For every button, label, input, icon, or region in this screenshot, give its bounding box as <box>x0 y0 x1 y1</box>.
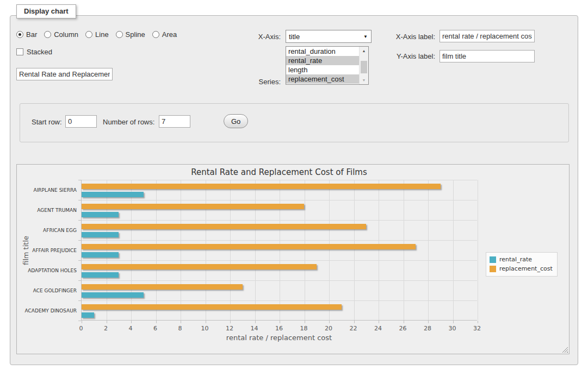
chart-title-input[interactable] <box>16 68 113 80</box>
bar-rental_rate[interactable] <box>82 312 94 318</box>
bar-rental_rate[interactable] <box>82 252 119 258</box>
x-tick-mark <box>206 321 206 323</box>
x-tick-label: 22 <box>350 325 357 332</box>
bar-replacement_cost[interactable] <box>82 184 441 189</box>
series-option-rental_rate[interactable]: rental_rate <box>286 56 359 65</box>
bar-rental_rate[interactable] <box>82 212 119 217</box>
chevron-down-icon: ▼ <box>363 34 368 39</box>
chart-legend: rental_ratereplacement_cost <box>486 252 558 277</box>
start-row-input[interactable] <box>65 115 97 128</box>
bar-replacement_cost[interactable] <box>82 204 304 209</box>
y-category-label: ADAPTATION HOLES <box>17 268 77 273</box>
chart-type-option-column[interactable]: Column <box>44 30 78 39</box>
legend-label: replacement_cost <box>499 265 553 272</box>
gridline <box>428 180 429 320</box>
x-tick-mark <box>156 321 157 323</box>
bar-rental_rate[interactable] <box>82 192 144 197</box>
y-category-label: ACADEMY DINOSAUR <box>17 308 77 313</box>
gridline <box>82 280 477 281</box>
y-category-label: AGENT TRUMAN <box>17 208 77 213</box>
y-tick-mark <box>78 180 81 180</box>
bar-replacement_cost[interactable] <box>82 244 416 249</box>
y-axis-label-input[interactable] <box>440 50 535 62</box>
x-tick-mark <box>329 321 330 323</box>
chart-type-option-label: Bar <box>26 30 37 39</box>
scrollbar-thumb[interactable] <box>361 61 367 73</box>
legend-item-replacement_cost[interactable]: replacement_cost <box>490 264 553 273</box>
chart-type-option-line[interactable]: Line <box>85 30 109 39</box>
y-tick-mark <box>78 240 81 241</box>
stacked-checkbox[interactable] <box>16 48 23 55</box>
x-tick-label: 30 <box>449 325 456 332</box>
y-tick-mark <box>78 280 81 281</box>
resize-grip-icon[interactable] <box>562 347 568 353</box>
x-tick-mark <box>478 321 478 323</box>
start-row-label: Start row: <box>32 118 62 126</box>
chart-type-option-spline[interactable]: Spline <box>116 30 145 39</box>
bar-replacement_cost[interactable] <box>82 224 366 229</box>
x-tick-label: 0 <box>79 325 83 332</box>
series-scrollbar[interactable]: ▲ ▼ <box>359 47 368 84</box>
go-button[interactable]: Go <box>224 114 248 128</box>
radio-icon[interactable] <box>16 31 23 38</box>
x-tick-label: 24 <box>374 325 382 332</box>
x-tick-label: 28 <box>424 325 431 332</box>
x-axis-title: rental rate / replacement cost <box>81 334 477 342</box>
stacked-label: Stacked <box>27 48 52 56</box>
radio-icon[interactable] <box>85 31 92 38</box>
y-category-label: AIRPLANE SIERRA <box>17 187 77 193</box>
bar-replacement_cost[interactable] <box>82 264 317 269</box>
x-axis-label-input[interactable] <box>440 30 535 42</box>
x-tick-mark <box>379 321 379 323</box>
stacked-option[interactable]: Stacked <box>16 48 52 56</box>
gridline <box>305 180 305 320</box>
x-tick-label: 14 <box>251 325 258 332</box>
x-tick-label: 4 <box>129 325 133 332</box>
gridline <box>82 220 477 221</box>
gridline <box>107 180 107 320</box>
chart-type-option-label: Line <box>95 30 109 39</box>
num-rows-input[interactable] <box>159 115 190 128</box>
x-tick-label: 32 <box>473 325 481 332</box>
gridline <box>156 180 157 320</box>
radio-icon[interactable] <box>116 31 123 38</box>
legend-swatch <box>490 266 496 272</box>
series-listbox[interactable]: rental_durationrental_ratelengthreplacem… <box>286 46 369 85</box>
gridline <box>181 180 181 320</box>
x-tick-mark <box>305 321 305 323</box>
chart-type-option-bar[interactable]: Bar <box>16 30 37 39</box>
radio-icon[interactable] <box>44 31 51 38</box>
x-tick-mark <box>181 321 181 323</box>
bar-rental_rate[interactable] <box>82 232 119 237</box>
scroll-down-icon[interactable]: ▼ <box>360 76 368 84</box>
bar-replacement_cost[interactable] <box>82 284 243 290</box>
chart-type-option-label: Area <box>162 30 177 39</box>
chart-type-option-area[interactable]: Area <box>152 30 177 39</box>
radio-icon[interactable] <box>152 31 159 38</box>
gridline <box>82 260 477 261</box>
x-tick-label: 26 <box>399 325 407 332</box>
panel-title: Display chart <box>16 4 76 18</box>
series-option-rental_duration[interactable]: rental_duration <box>286 47 359 56</box>
x-tick-mark <box>82 321 82 323</box>
chart-title: Rental Rate and Replacement Cost of Film… <box>81 167 477 177</box>
gridline <box>453 180 454 320</box>
x-axis-select-value: title <box>289 33 300 41</box>
bar-rental_rate[interactable] <box>82 272 119 278</box>
rows-panel: Start row: Number of rows: Go <box>20 103 569 142</box>
gridline <box>255 180 256 320</box>
x-tick-mark <box>230 321 231 323</box>
gridline <box>230 180 231 320</box>
legend-item-rental_rate[interactable]: rental_rate <box>490 255 553 264</box>
y-tick-mark <box>78 300 81 301</box>
series-option-length[interactable]: length <box>286 65 359 74</box>
bar-replacement_cost[interactable] <box>82 304 342 310</box>
series-option-replacement_cost[interactable]: replacement_cost <box>286 74 359 84</box>
x-tick-label: 2 <box>104 325 108 332</box>
bar-rental_rate[interactable] <box>82 292 144 298</box>
num-rows-label: Number of rows: <box>103 118 154 126</box>
gridline <box>82 300 477 301</box>
x-axis-select[interactable]: title ▼ <box>286 30 372 43</box>
page: Display chart BarColumnLineSplineArea St… <box>0 0 588 370</box>
scroll-up-icon[interactable]: ▲ <box>360 47 368 55</box>
